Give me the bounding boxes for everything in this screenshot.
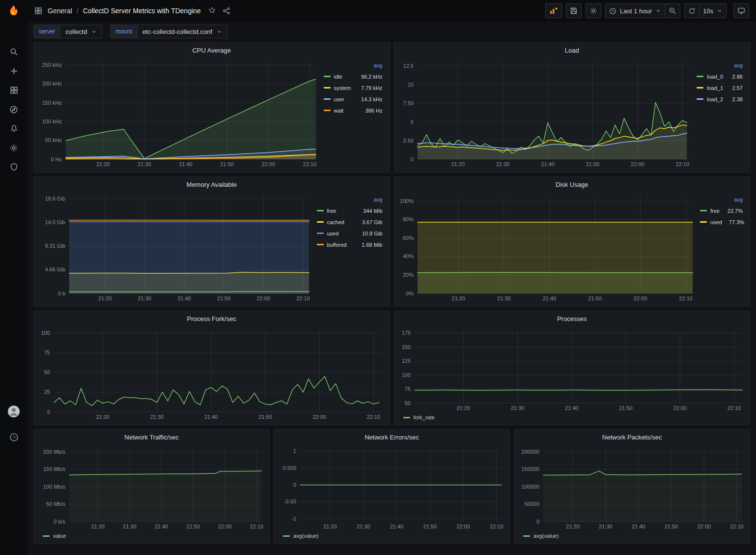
- dashboard-title[interactable]: CollectD Server Metrics with TDengine: [83, 7, 201, 15]
- favorite-star-button[interactable]: [207, 6, 217, 16]
- legend-item-wait[interactable]: wait386 Hz: [324, 105, 383, 116]
- process-fork-plot[interactable]: 21:2021:3021:4021:5022:0022:100255075100: [38, 326, 386, 422]
- sidebar-item-configuration[interactable]: [3, 138, 25, 157]
- variable-server-select[interactable]: collectd: [60, 25, 102, 38]
- plus-icon: [10, 67, 18, 75]
- chevron-down-icon: [217, 29, 222, 34]
- legend-item-value[interactable]: value: [43, 533, 66, 539]
- panel-title[interactable]: Network Errors/sec: [274, 430, 509, 444]
- breadcrumb-folder[interactable]: General: [48, 7, 72, 15]
- svg-text:21:40: 21:40: [632, 524, 645, 529]
- avatar: [7, 405, 20, 418]
- time-range-button[interactable]: Last 1 hour: [605, 3, 665, 18]
- processes-plot[interactable]: 21:2021:3021:4021:5022:0022:105075100125…: [398, 326, 746, 413]
- series-name: user: [334, 96, 362, 102]
- legend-item-avg(value)[interactable]: avg(value): [523, 533, 559, 539]
- legend-header-avg[interactable]: avg: [700, 197, 743, 205]
- svg-text:9.31 Gib: 9.31 Gib: [45, 243, 65, 249]
- variable-mount-select[interactable]: etc-collectd-collectd.conf: [137, 25, 227, 38]
- sidebar-item-create[interactable]: [3, 61, 25, 81]
- legend-item-free[interactable]: free344 Mib: [317, 205, 383, 216]
- series-name: load_0: [707, 74, 732, 80]
- panel-title[interactable]: CPU Average: [34, 43, 390, 58]
- svg-text:150000: 150000: [521, 466, 539, 472]
- panel-title[interactable]: Disk Usage: [394, 177, 750, 192]
- legend-item-cached[interactable]: cached3.67 Gib: [317, 216, 383, 228]
- svg-text:22:00: 22:00: [697, 524, 711, 529]
- share-dashboard-button[interactable]: [222, 6, 231, 16]
- legend-item-used[interactable]: used77.3%: [700, 216, 743, 228]
- svg-text:22:00: 22:00: [456, 524, 470, 529]
- panel-title[interactable]: Memory Available: [34, 177, 390, 192]
- legend: avgfree22.7%used77.3%: [696, 192, 746, 303]
- svg-text:22:00: 22:00: [218, 524, 232, 529]
- sidebar-item-server-admin[interactable]: [3, 157, 25, 176]
- network-errors-chart: 21:2021:3021:4021:5022:0022:10-1-0.5000.…: [278, 444, 505, 540]
- memory-available-plot[interactable]: 21:2021:3021:4021:5022:0022:100 b4.66 Gi…: [38, 192, 313, 303]
- sidebar-item-explore[interactable]: [3, 100, 25, 119]
- svg-text:5: 5: [410, 119, 413, 125]
- svg-text:50 kHz: 50 kHz: [45, 137, 62, 143]
- legend-item-load_1[interactable]: load_12.57: [697, 82, 743, 93]
- legend-item-avg(value)[interactable]: avg(value): [283, 533, 318, 539]
- panel-title[interactable]: Processes: [394, 311, 750, 326]
- panel-load: Load 21:2021:3021:4021:5022:0022:1002.50…: [394, 42, 751, 173]
- svg-text:200000: 200000: [521, 449, 539, 455]
- legend-item-idle[interactable]: idle96.2 kHz: [324, 71, 383, 82]
- series-avg-value: 14.3 kHz: [361, 96, 382, 102]
- network-packets-plot[interactable]: 21:2021:3021:4021:5022:0022:100500001000…: [518, 444, 746, 531]
- zoom-out-button[interactable]: [665, 3, 680, 18]
- legend-item-used[interactable]: used10.8 Gib: [317, 228, 383, 239]
- top-navbar: General / CollectD Server Metrics with T…: [28, 0, 756, 22]
- svg-text:22:00: 22:00: [256, 295, 270, 301]
- save-dashboard-button[interactable]: [566, 3, 582, 18]
- refresh-button[interactable]: [684, 3, 700, 18]
- legend-header-avg[interactable]: avg: [317, 197, 383, 205]
- legend-item-load_0[interactable]: load_02.86: [697, 71, 743, 82]
- sidebar-item-alerting[interactable]: [3, 119, 25, 138]
- grafana-flame-icon: [7, 4, 20, 17]
- network-errors-plot[interactable]: 21:2021:3021:4021:5022:0022:10-1-0.5000.…: [278, 444, 505, 531]
- series-name: cached: [327, 219, 362, 225]
- legend-header-avg[interactable]: avg: [324, 62, 383, 71]
- svg-text:22:10: 22:10: [250, 524, 264, 529]
- panel-title[interactable]: Process Fork/sec: [34, 311, 390, 326]
- add-panel-button[interactable]: [545, 3, 562, 18]
- series-name: load_2: [707, 96, 732, 102]
- legend-item-free[interactable]: free22.7%: [700, 205, 743, 216]
- svg-text:20%: 20%: [402, 272, 413, 278]
- legend-item-fork_rate[interactable]: fork_rate: [403, 414, 435, 420]
- dashboard-settings-button[interactable]: [586, 3, 601, 18]
- legend: avgfree344 Mibcached3.67 Gibused10.8 Gib…: [313, 192, 386, 303]
- refresh-interval-button[interactable]: 10s: [700, 3, 727, 18]
- series-avg-value: 2.86: [732, 74, 743, 80]
- series-name: avg(value): [533, 533, 559, 539]
- user-profile-button[interactable]: [3, 402, 25, 421]
- chevron-down-icon: [655, 8, 661, 14]
- load-plot[interactable]: 21:2021:3021:4021:5022:0022:1002.5057.50…: [398, 58, 693, 169]
- disk-usage-plot[interactable]: 21:2021:3021:4021:5022:0022:100%20%40%60…: [398, 192, 697, 303]
- svg-text:21:30: 21:30: [123, 524, 137, 529]
- process-fork-chart: 21:2021:3021:4021:5022:0022:100255075100: [38, 326, 386, 422]
- kiosk-mode-button[interactable]: [733, 3, 749, 18]
- panel-title[interactable]: Network Packets/sec: [514, 430, 750, 444]
- legend-item-buffered[interactable]: buffered1.68 Mib: [317, 239, 383, 250]
- series-avg-value: 22.7%: [728, 208, 743, 214]
- help-button[interactable]: ?: [3, 428, 25, 447]
- legend-item-load_2[interactable]: load_22.38: [697, 93, 743, 105]
- svg-text:22:00: 22:00: [261, 161, 275, 167]
- legend-item-system[interactable]: system7.79 kHz: [324, 82, 383, 93]
- svg-text:75: 75: [404, 386, 410, 392]
- network-traffic-plot[interactable]: 21:2021:3021:4021:5022:0022:100 b/s50 Mb…: [38, 444, 265, 531]
- panel-title[interactable]: Network Traffic/sec: [34, 430, 269, 444]
- series-name: used: [710, 219, 729, 225]
- legend-item-user[interactable]: user14.3 kHz: [324, 93, 383, 105]
- svg-text:0: 0: [536, 519, 539, 525]
- cpu-average-plot[interactable]: 21:2021:3021:4021:5022:0022:100 Hz50 kHz…: [38, 58, 320, 169]
- legend-header-avg[interactable]: avg: [697, 62, 743, 71]
- sidebar-item-search[interactable]: [3, 42, 25, 61]
- panel-title[interactable]: Load: [394, 43, 750, 58]
- sidebar-item-dashboards[interactable]: [3, 81, 25, 100]
- series-color-swatch: [283, 535, 290, 537]
- grafana-logo[interactable]: [0, 0, 28, 22]
